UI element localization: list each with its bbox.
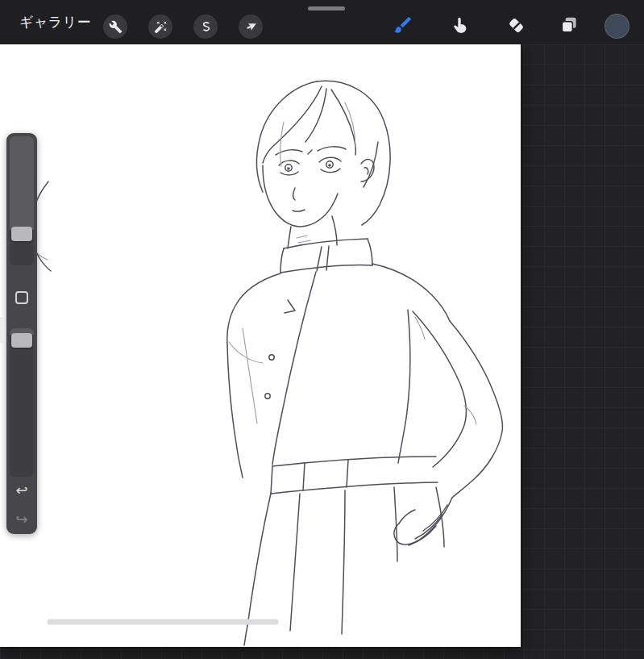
undo-icon: ↩ xyxy=(15,482,27,498)
opacity-handle[interactable] xyxy=(11,333,32,348)
layers-icon xyxy=(559,15,580,35)
redo-button[interactable]: ↪ xyxy=(6,511,37,528)
smudge-finger-icon xyxy=(450,15,470,35)
opacity-slider[interactable] xyxy=(10,328,34,477)
canvas[interactable] xyxy=(0,44,521,647)
magic-wand-icon xyxy=(154,20,168,34)
selection-s-icon xyxy=(199,20,213,34)
undo-button[interactable]: ↩ xyxy=(6,482,37,499)
smudge-tool-button[interactable] xyxy=(446,11,473,39)
transform-arrow-icon xyxy=(244,20,258,34)
selection-button[interactable] xyxy=(193,15,218,39)
modify-button[interactable] xyxy=(15,291,28,304)
brush-size-fill xyxy=(10,136,34,230)
adjustments-button[interactable] xyxy=(148,15,172,39)
actions-button[interactable] xyxy=(103,15,127,39)
transform-button[interactable] xyxy=(239,15,263,39)
wrench-icon xyxy=(109,20,123,34)
app-window: ギャラリー xyxy=(0,0,644,659)
gallery-button[interactable]: ギャラリー xyxy=(19,0,91,44)
brush-size-slider[interactable] xyxy=(10,136,34,265)
layers-button[interactable] xyxy=(555,11,583,39)
redo-icon: ↪ xyxy=(15,511,27,528)
eraser-icon xyxy=(506,15,526,35)
brush-size-handle[interactable] xyxy=(11,227,32,241)
top-toolbar: ギャラリー xyxy=(0,0,644,44)
color-swatch[interactable] xyxy=(605,14,629,39)
sidebar: ↩ ↪ xyxy=(6,133,37,534)
brush-icon xyxy=(393,15,413,35)
workspace-background: ↩ ↪ xyxy=(0,44,644,659)
paint-tool-button[interactable] xyxy=(389,11,417,39)
erase-tool-button[interactable] xyxy=(502,11,530,39)
home-indicator[interactable] xyxy=(308,6,345,10)
sidebar-drag-handle[interactable] xyxy=(0,317,4,343)
sketch-drawing xyxy=(0,44,521,647)
